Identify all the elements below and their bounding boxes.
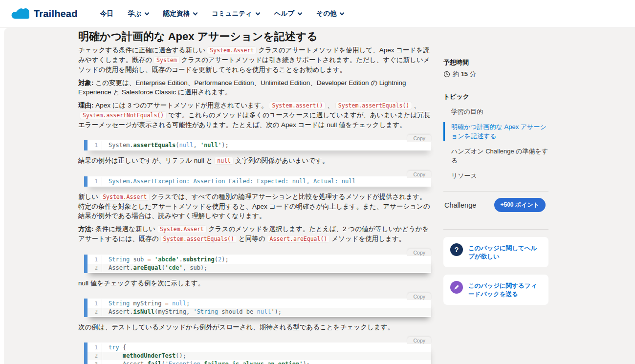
question-icon: ? [450, 243, 463, 256]
code-area: 1System.AssertException: Assertion Faile… [84, 176, 431, 187]
code-line: 1System.assertEquals(null, 'null'); [88, 141, 431, 150]
text-run: メソッドを使用します。 [331, 235, 405, 242]
copy-button[interactable]: Copy [407, 135, 431, 142]
text-run: 次の例は、テストしているメソッドから例外がスローされ、期待される型であることをチ… [78, 323, 394, 331]
nav-item[interactable]: その他 [316, 9, 344, 18]
feedback-card[interactable]: このバッジに関するフィードバックを送る [443, 275, 548, 305]
inline-code: System.Assert [157, 225, 207, 233]
code-text: System.AssertException: Assertion Failed… [102, 177, 356, 186]
code-token: try [109, 344, 119, 351]
inline-code: System.Assert [100, 193, 150, 201]
points-badge[interactable]: +500 ポイント [494, 198, 546, 212]
nav-item-label: コミュニティ [212, 9, 252, 18]
code-line: 2 methodUnderTest(); [88, 352, 431, 360]
nav-list: 今日学ぶ認定資格コミュニティヘルプその他 [100, 9, 344, 18]
nav-item-label: 今日 [100, 9, 113, 18]
line-number: 1 [88, 343, 102, 352]
code-token: myString [130, 300, 165, 307]
code-area: 1System.assertEquals(null, 'null'); [84, 140, 431, 150]
code-token: ( [175, 142, 179, 149]
code-token: '); [271, 308, 282, 315]
code-line: 1String myString = null; [88, 300, 431, 308]
code-line: 2Assert.areEqual('cde', sub); [88, 264, 431, 272]
code-token: fail [147, 361, 161, 364]
code-text: Assert.areEqual('cde', sub); [102, 264, 207, 272]
sidebar-divider [443, 229, 548, 230]
nav-item[interactable]: 今日 [100, 9, 113, 18]
code-token: System.AssertException: Assertion Failed… [109, 178, 356, 185]
topics-list: 学習の目的明確かつ計画的な Apex アサーションを記述するハンズオン Chal… [443, 107, 548, 180]
code-token: = [147, 256, 151, 263]
inline-code: null [214, 157, 234, 165]
chevron-down-icon [255, 11, 260, 16]
code-token: should be [218, 308, 257, 315]
lesson-content: 明確かつ計画的な Apex アサーションを記述する チェックする条件に正確に適合… [78, 28, 431, 364]
text-run: 新しい [78, 193, 98, 200]
paragraph: null 値をチェックする例を次に示します。 [78, 278, 431, 288]
line-number: 2 [88, 264, 102, 272]
code-text: System.assertEquals(null, 'null'); [102, 141, 229, 150]
line-number: 2 [88, 352, 102, 360]
text-run: チェックする条件に正確に適合する新しい [78, 46, 205, 54]
inline-code: System.assertEquals() [160, 235, 237, 243]
text-run: 文字列の関係があいまいです。 [235, 157, 329, 164]
topic-item[interactable]: 学習の目的 [443, 107, 548, 116]
line-number: 1 [88, 300, 102, 308]
line-number: 1 [88, 256, 102, 264]
text-run: Apex には 3 つのアサートメソッドが用意されています。 [94, 102, 268, 109]
nav-item-label: 認定資格 [163, 9, 190, 18]
code-text: Assert.fail('Exception failure is always… [102, 360, 310, 364]
text-run: 結果の例外は正しいですが、リテラル null と [78, 157, 213, 164]
page-body: 明確かつ計画的な Apex アサーションを記述する チェックする条件に正確に適合… [4, 28, 635, 364]
trailhead-logo[interactable]: Trailhead [11, 7, 78, 21]
copy-row: Copy [84, 292, 431, 299]
code-token: ); [221, 256, 228, 263]
code-token: , sub); [183, 264, 208, 271]
nav-item[interactable]: 認定資格 [163, 9, 197, 18]
code-line: 2Assert.isNull(myString, 'String should … [88, 308, 431, 316]
code-token: 'String [193, 308, 218, 315]
copy-button[interactable]: Copy [407, 249, 431, 256]
code-area: 1String sub = 'abcde'.substring(2);2Asse… [84, 255, 431, 273]
estimated-time-text: 約 15 分 [453, 70, 476, 79]
code-token: ; [186, 300, 190, 307]
code-token: areEqual [133, 264, 162, 271]
nav-item[interactable]: ヘルプ [274, 9, 302, 18]
code-token: , [193, 142, 200, 149]
paragraph: 理由: Apex には 3 つのアサートメソッドが用意されています。System… [78, 101, 431, 129]
topic-item-active[interactable]: 明確かつ計画的な Apex アサーションを記述する [443, 122, 548, 141]
copy-button[interactable]: Copy [407, 293, 431, 300]
code-block: Copy1String sub = 'abcde'.substring(2);2… [84, 248, 431, 273]
code-block: Copy1System.assertEquals(null, 'null'); [84, 133, 431, 150]
code-line: 1System.AssertException: Assertion Faile… [88, 177, 431, 186]
copy-row: Copy [84, 133, 431, 140]
copy-button[interactable]: Copy [407, 171, 431, 178]
line-number: 1 [88, 141, 102, 150]
code-token: ( [161, 361, 165, 364]
topic-item[interactable]: リソース [443, 171, 548, 180]
trailhead-wordmark: Trailhead [34, 8, 78, 20]
copy-row: Copy [84, 248, 431, 255]
nav-item[interactable]: 学ぶ [128, 9, 149, 18]
code-text: methodUnderTest(); [102, 352, 186, 360]
code-text: String sub = 'abcde'.substring(2); [102, 256, 229, 264]
paragraph: 方法: 条件に最適な新しいSystem.Assertクラスのメソッドを選択します… [78, 224, 431, 244]
nav-item[interactable]: コミュニティ [212, 9, 260, 18]
chevron-down-icon [145, 11, 150, 16]
line-number: 3 [88, 360, 102, 364]
code-token: = [165, 300, 169, 307]
nav-item-label: その他 [316, 9, 336, 18]
code-token: (); [175, 352, 186, 359]
code-token: 'abcde' [154, 256, 179, 263]
bold-text: 理由: [78, 102, 94, 109]
chevron-down-icon [298, 11, 303, 16]
help-card[interactable]: ? このバッジに関してヘルプが欲しい [443, 237, 548, 267]
challenge-row: Challenge +500 ポイント [443, 192, 548, 218]
text-run: 条件に最適な新しい [94, 225, 156, 233]
inline-code: System.assertEquals() [335, 102, 412, 109]
line-number: 2 [88, 308, 102, 316]
topic-item[interactable]: ハンズオン Challenge の準備をする [443, 147, 548, 165]
copy-button[interactable]: Copy [407, 337, 431, 344]
code-token: null [172, 300, 186, 307]
code-line: 1try { [88, 343, 431, 352]
